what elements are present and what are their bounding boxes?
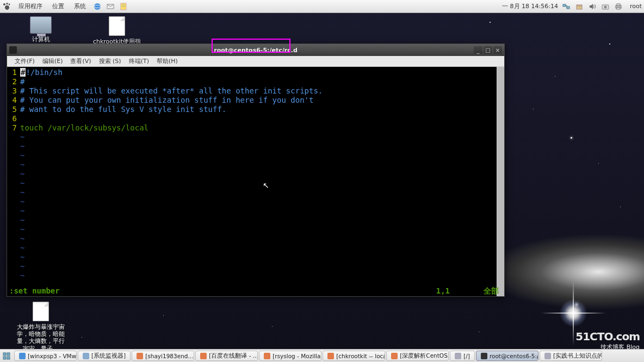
gnome-top-panel: 应用程序 位置 系统 一 8月 18 14:56:14 root <box>0 0 644 13</box>
svg-rect-16 <box>3 357 6 359</box>
svg-rect-17 <box>7 357 10 359</box>
svg-point-0 <box>94 3 101 10</box>
printer-tray-icon[interactable] <box>614 2 623 11</box>
task-label: [winxpsp3 - VMw... <box>28 353 77 359</box>
watermark: 51CTO.com 技术博客 Blog <box>575 330 640 351</box>
show-desktop-icon[interactable] <box>2 352 11 360</box>
scrollbar[interactable] <box>497 67 504 296</box>
screenshot-tray-icon[interactable] <box>600 2 610 11</box>
menu-edit[interactable]: 编辑(E) <box>39 57 66 65</box>
svg-rect-12 <box>617 4 620 5</box>
volume-tray-icon[interactable] <box>587 2 597 11</box>
svg-rect-13 <box>617 8 620 9</box>
taskbar-item[interactable]: [深度解析CentOS... <box>386 351 449 361</box>
task-icon <box>19 353 26 359</box>
taskbar-item[interactable]: [百度在线翻译 - ... <box>195 351 258 361</box>
star-flare <box>557 297 590 329</box>
system-menu[interactable]: 系统 <box>71 2 89 10</box>
task-label: [chkrootkit -- loca... <box>336 353 385 359</box>
vim-status-line: :set number 1,1 全部 <box>7 286 504 296</box>
desktop-icon-label: 大爆炸与暴涨宇宙学，暗物质，暗能量，大熵数，平行宇宙，量子... <box>16 323 65 352</box>
taskbar-item[interactable]: [rsyslog - Mozilla ... <box>259 351 321 361</box>
vim-cursor-position: 1,1 <box>436 286 450 295</box>
gnome-bottom-panel: [winxpsp3 - VMw...[系统监视器][shayi1983end..… <box>0 349 644 362</box>
update-tray-icon[interactable] <box>574 2 584 11</box>
task-icon <box>200 353 207 359</box>
taskbar-item[interactable]: root@centos6-5:/e... <box>476 351 538 361</box>
vim-editor[interactable]: 1234567 #!/bin/sh## This script will be … <box>7 67 504 296</box>
taskbar-item[interactable]: [/] <box>450 351 475 361</box>
task-icon <box>327 353 334 359</box>
menu-file[interactable]: 文件(F) <box>11 57 38 65</box>
menu-help[interactable]: 帮助(H) <box>153 57 181 65</box>
line-number-gutter: 1234567 <box>7 67 20 296</box>
svg-rect-15 <box>7 353 10 355</box>
vim-scroll-indicator: 全部 <box>484 286 499 296</box>
task-label: [百度在线翻译 - ... <box>209 352 258 360</box>
svg-rect-14 <box>3 353 6 355</box>
file-icon <box>33 302 49 321</box>
task-label: [shayi1983end... <box>145 353 193 359</box>
vim-command: :set number <box>9 286 60 296</box>
menu-view[interactable]: 查看(V) <box>67 57 94 65</box>
desktop-icon-label: 计算机 <box>32 36 50 43</box>
taskbar-item[interactable]: [chkrootkit -- loca... <box>323 351 385 361</box>
task-label: [深度解析CentOS... <box>400 352 449 360</box>
close-button[interactable]: × <box>493 46 502 54</box>
menu-terminal[interactable]: 终端(T) <box>126 57 152 65</box>
terminal-window: root@centos6-5:/etc/rc.d _ □ × 文件(F) 编辑(… <box>7 43 505 297</box>
editor-content[interactable]: #!/bin/sh## This script will be executed… <box>20 67 497 296</box>
task-label: root@centos6-5:/e... <box>490 353 538 359</box>
task-icon <box>481 353 487 359</box>
user-indicator[interactable]: root <box>630 3 642 10</box>
task-label: [rsyslog - Mozilla ... <box>273 353 321 359</box>
taskbar-item[interactable]: [winxpsp3 - VMw... <box>14 351 77 361</box>
window-title-text: root@centos6-5:/etc/rc.d <box>214 47 298 54</box>
taskbar-item[interactable]: [shayi1983end... <box>132 351 194 361</box>
terminal-menubar: 文件(F) 编辑(E) 查看(V) 搜索 (S) 终端(T) 帮助(H) <box>7 56 504 67</box>
desktop-icon-cosmology-doc[interactable]: 大爆炸与暴涨宇宙学，暗物质，暗能量，大熵数，平行宇宙，量子... <box>16 302 65 352</box>
scrollbar-thumb[interactable] <box>497 67 504 296</box>
task-icon <box>544 353 551 359</box>
svg-point-10 <box>604 5 606 8</box>
task-icon <box>264 353 270 359</box>
computer-icon <box>30 16 52 34</box>
window-app-icon <box>9 46 17 54</box>
clock-text[interactable]: 一 8月 18 14:56:14 <box>502 2 558 10</box>
network-tray-icon[interactable] <box>561 2 571 11</box>
places-menu[interactable]: 位置 <box>49 2 67 10</box>
svg-rect-6 <box>563 4 566 7</box>
minimize-button[interactable]: _ <box>474 46 482 54</box>
applications-menu[interactable]: 应用程序 <box>15 2 46 10</box>
task-label: [/] <box>463 353 470 359</box>
notes-launcher-icon[interactable] <box>119 2 128 11</box>
watermark-logo: 51CTO.com <box>575 330 640 343</box>
svg-rect-7 <box>567 7 569 9</box>
task-label: [系统监视器] <box>91 352 126 360</box>
gnome-foot-icon[interactable] <box>2 2 12 11</box>
file-icon <box>109 16 125 36</box>
taskbar-item[interactable]: [系统监视器] <box>78 351 131 361</box>
task-icon <box>455 353 461 359</box>
task-icon <box>83 353 89 359</box>
task-label: [实践书上知识点的... <box>553 352 602 360</box>
mail-launcher-icon[interactable] <box>106 2 115 11</box>
menu-search[interactable]: 搜索 (S) <box>96 57 125 65</box>
task-icon <box>391 353 398 359</box>
taskbar-item[interactable]: [实践书上知识点的... <box>540 351 602 361</box>
maximize-button[interactable]: □ <box>484 46 492 54</box>
task-icon <box>137 353 143 359</box>
window-titlebar[interactable]: root@centos6-5:/etc/rc.d _ □ × <box>7 44 504 56</box>
browser-launcher-icon[interactable] <box>92 2 102 11</box>
